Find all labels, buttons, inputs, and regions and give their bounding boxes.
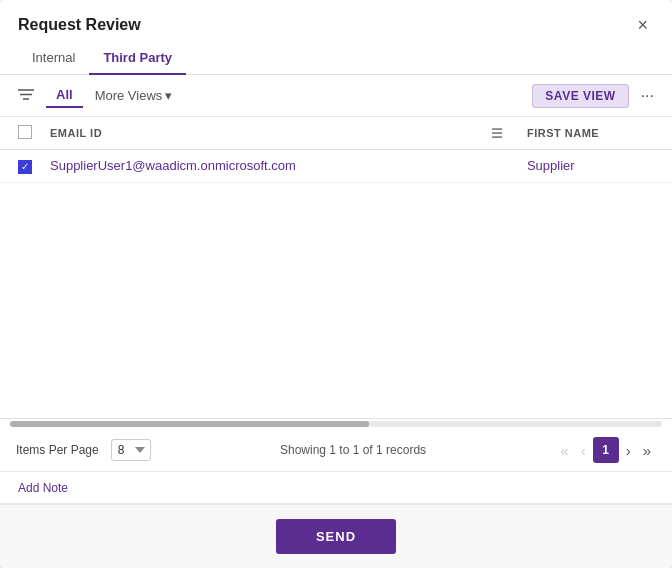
- more-options-button[interactable]: ···: [635, 85, 660, 107]
- horizontal-scrollbar[interactable]: [10, 421, 662, 427]
- email-cell: SupplierUser1@waadicm.onmicrosoft.com: [40, 150, 487, 183]
- icon-cell: [487, 150, 517, 183]
- select-all-col: [0, 117, 40, 150]
- first-page-button[interactable]: «: [555, 440, 573, 461]
- close-button[interactable]: ×: [631, 14, 654, 36]
- users-table: EMAIL ID ☰ FIRST NAME ✓ SupplierUser1@wa…: [0, 117, 672, 183]
- request-review-modal: Request Review × Internal Third Party Al…: [0, 0, 672, 568]
- scrollbar-row: [0, 419, 672, 429]
- table-header-row: EMAIL ID ☰ FIRST NAME: [0, 117, 672, 150]
- send-button[interactable]: SEND: [276, 519, 396, 554]
- add-note-row: Add Note: [0, 472, 672, 504]
- tab-third-party[interactable]: Third Party: [89, 44, 186, 75]
- save-view-button[interactable]: SAVE VIEW: [532, 84, 628, 108]
- chevron-down-icon: ▾: [165, 88, 172, 103]
- tabs-row: Internal Third Party: [0, 36, 672, 75]
- firstname-cell: Supplier: [517, 150, 672, 183]
- column-settings-icon[interactable]: ☰: [491, 126, 504, 141]
- items-per-page-label: Items Per Page: [16, 443, 99, 457]
- more-views-button[interactable]: More Views ▾: [89, 84, 179, 107]
- next-page-button[interactable]: ›: [621, 440, 636, 461]
- modal-title: Request Review: [18, 16, 141, 34]
- showing-text: Showing 1 to 1 of 1 records: [159, 443, 548, 457]
- scrollbar-thumb: [10, 421, 369, 427]
- firstname-link[interactable]: Supplier: [527, 158, 575, 173]
- tab-internal[interactable]: Internal: [18, 44, 89, 75]
- pagination-row: Items Per Page 8 16 24 32 Showing 1 to 1…: [0, 429, 672, 472]
- firstname-col-header: FIRST NAME: [517, 117, 672, 150]
- row-checkbox-cell[interactable]: ✓: [0, 150, 40, 183]
- toolbar: All More Views ▾ SAVE VIEW ···: [0, 75, 672, 117]
- modal-header: Request Review ×: [0, 0, 672, 36]
- footer-row: SEND: [0, 504, 672, 568]
- col-icon-col: ☰: [487, 117, 517, 150]
- prev-page-button[interactable]: ‹: [576, 440, 591, 461]
- table-row: ✓ SupplierUser1@waadicm.onmicrosoft.com …: [0, 150, 672, 183]
- per-page-select[interactable]: 8 16 24 32: [111, 439, 151, 461]
- current-page-number[interactable]: 1: [593, 437, 619, 463]
- filter-icon[interactable]: [12, 83, 40, 108]
- table-container: EMAIL ID ☰ FIRST NAME ✓ SupplierUser1@wa…: [0, 117, 672, 419]
- last-page-button[interactable]: »: [638, 440, 656, 461]
- email-link[interactable]: SupplierUser1@waadicm.onmicrosoft.com: [50, 158, 296, 173]
- add-note-button[interactable]: Add Note: [18, 481, 68, 495]
- email-col-header: EMAIL ID: [40, 117, 487, 150]
- all-view-tab[interactable]: All: [46, 83, 83, 108]
- row-checkbox[interactable]: ✓: [18, 160, 32, 174]
- pager: « ‹ 1 › »: [555, 437, 656, 463]
- select-all-checkbox[interactable]: [18, 125, 32, 139]
